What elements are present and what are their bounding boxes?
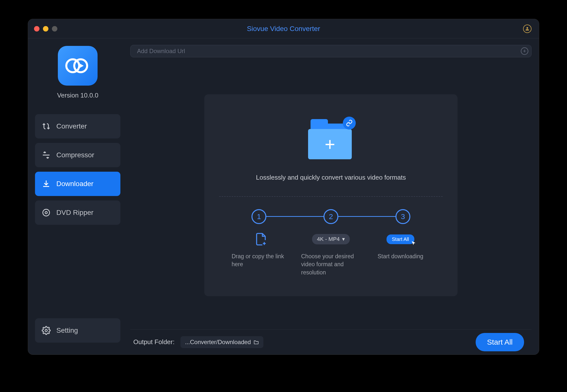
empty-state-card: + Losslessly and quickly convert various… [204, 94, 458, 296]
divider [219, 196, 443, 197]
sidebar-item-downloader[interactable]: Downloader [35, 172, 120, 196]
titlebar: Siovue Video Converter [28, 19, 539, 38]
url-bar: + [130, 45, 532, 57]
step-3-desc: Start downloading [371, 252, 430, 260]
sidebar-item-label: Downloader [56, 180, 93, 188]
maximize-window-button[interactable] [52, 26, 57, 32]
download-url-input[interactable] [137, 48, 521, 55]
sidebar-item-label: Compressor [56, 151, 94, 159]
traffic-lights [28, 26, 57, 32]
output-folder-selector[interactable]: ...Converter/Downloaded [180, 336, 263, 348]
cursor-icon [411, 241, 416, 246]
tagline-text: Losslessly and quickly convert various v… [256, 174, 406, 181]
sidebar-item-dvd-ripper[interactable]: DVD Ripper [35, 200, 120, 225]
step-2: 4K - MP4 ▾ Choose your desired video for… [301, 233, 361, 276]
sidebar-item-label: Converter [56, 122, 87, 130]
logo-section: Version 10.0.0 [35, 46, 120, 99]
step-2-desc: Choose your desired video format and res… [301, 252, 361, 276]
app-title: Siovue Video Converter [247, 25, 320, 33]
dvd-icon [41, 207, 51, 218]
step-number-3: 3 [395, 209, 410, 224]
version-text: Version 10.0.0 [57, 92, 98, 99]
logo-icon [65, 56, 90, 76]
link-badge-icon [343, 117, 356, 130]
footer-bar: Output Folder: ...Converter/Downloaded S… [130, 329, 532, 355]
output-path-text: ...Converter/Downloaded [185, 339, 251, 346]
app-logo [58, 46, 98, 86]
sidebar-item-converter[interactable]: Converter [35, 114, 120, 138]
profile-button[interactable] [523, 25, 532, 33]
file-add-icon [255, 232, 267, 246]
mini-start-button: Start All [387, 234, 415, 244]
sidebar-item-setting[interactable]: Setting [35, 318, 120, 343]
step-number-2: 2 [323, 209, 338, 224]
content-area: + Losslessly and quickly convert various… [130, 61, 532, 329]
compressor-icon [41, 150, 51, 160]
start-all-button[interactable]: Start All [476, 333, 524, 351]
sidebar-item-label: Setting [56, 327, 78, 334]
steps-line: 1 2 3 [251, 209, 410, 224]
plus-icon: + [325, 134, 335, 154]
app-window: Siovue Video Converter Version 10.0.0 [28, 19, 539, 355]
svg-point-4 [45, 212, 47, 214]
step-row: Drag or copy the link here 4K - MP4 ▾ Ch… [232, 233, 430, 276]
folder-illustration: + [306, 117, 356, 161]
app-body: Version 10.0.0 Converter Compressor Down… [28, 38, 539, 355]
sidebar-item-compressor[interactable]: Compressor [35, 143, 120, 167]
minimize-window-button[interactable] [43, 26, 48, 32]
step-1: Drag or copy the link here [232, 233, 291, 276]
gear-icon [41, 325, 51, 336]
step-1-desc: Drag or copy the link here [232, 252, 291, 268]
sidebar: Version 10.0.0 Converter Compressor Down… [28, 38, 127, 355]
step-3: Start All Start downloading [371, 233, 430, 276]
svg-point-3 [43, 209, 50, 216]
svg-point-5 [45, 329, 47, 332]
format-selector[interactable]: 4K - MP4 ▾ [312, 234, 350, 244]
svg-marker-2 [79, 63, 84, 68]
sidebar-item-label: DVD Ripper [56, 209, 93, 217]
main-panel: + + Losslessly and quickly convert vario… [127, 38, 539, 355]
downloader-icon [41, 179, 51, 189]
output-folder-label: Output Folder: [133, 338, 175, 346]
chevron-down-icon: ▾ [342, 236, 345, 242]
folder-icon [253, 340, 259, 345]
add-url-button[interactable]: + [521, 47, 528, 55]
step-number-1: 1 [251, 209, 266, 224]
close-window-button[interactable] [34, 26, 39, 32]
user-icon [525, 26, 530, 31]
converter-icon [41, 121, 51, 131]
format-label: 4K - MP4 [317, 236, 340, 242]
plus-icon: + [523, 48, 526, 54]
